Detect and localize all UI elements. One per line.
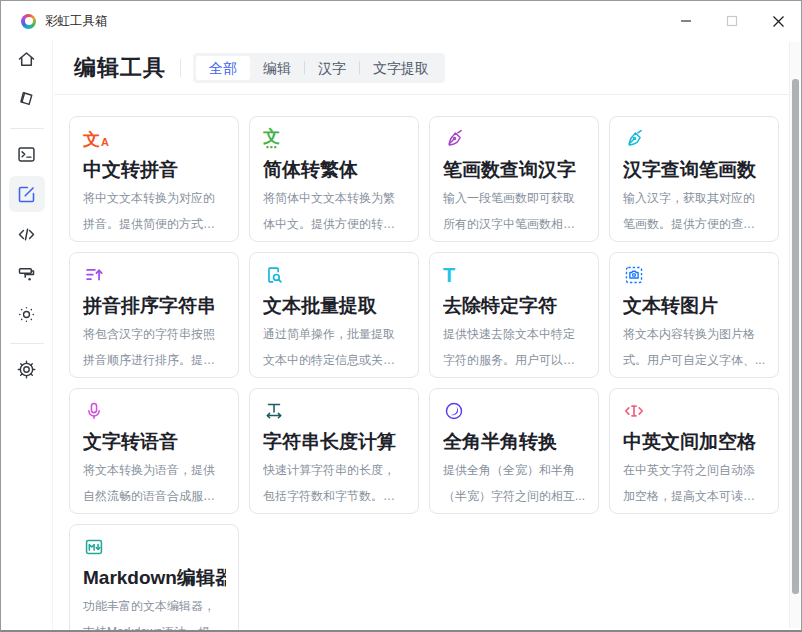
translate-icon: 文A: [83, 127, 226, 151]
card-description: 输入一段笔画数即可获取所有的汉字中笔画数相等的...: [443, 185, 586, 237]
sidebar: [1, 41, 53, 630]
sidebar-item-design-tools[interactable]: [9, 256, 45, 292]
card-description: 提供全角（全宽）和半角（半宽）字符之间的相互...: [443, 457, 586, 509]
card-grid: 文A中文转拼音将中文文本转换为对应的拼音。提供简便的方式，支...文⋯简体转繁体…: [69, 116, 789, 630]
tool-card[interactable]: 中英文间加空格在中英文字符之间自动添加空格，提高文本可读性。...: [609, 388, 779, 514]
card-description: 将中文文本转换为对应的拼音。提供简便的方式，支...: [83, 185, 226, 237]
sidebar-divider: [10, 128, 44, 129]
card-title: 文本转图片: [623, 293, 766, 318]
tool-card[interactable]: 拼音排序字符串将包含汉字的字符串按照拼音顺序进行排序。提供方...: [69, 252, 239, 378]
close-button[interactable]: [755, 1, 801, 41]
edit-square-icon: [16, 184, 37, 205]
sidebar-item-terminal[interactable]: [9, 136, 45, 172]
minimize-button[interactable]: [663, 1, 709, 41]
maximize-button[interactable]: [709, 1, 755, 41]
tool-card[interactable]: 文字转语音将文本转换为语音，提供自然流畅的语音合成服务。...: [69, 388, 239, 514]
card-title: 拼音排序字符串: [83, 293, 226, 318]
terminal-icon: [16, 144, 37, 165]
markdown-icon: [83, 535, 226, 559]
card-title: 去除特定字符: [443, 293, 586, 318]
sidebar-item-home[interactable]: [9, 41, 45, 77]
header-separator: [180, 59, 181, 77]
sidebar-divider: [10, 343, 44, 344]
tab-strip: 全部编辑汉字文字提取: [193, 53, 445, 83]
tool-card[interactable]: 笔画数查询汉字输入一段笔画数即可获取所有的汉字中笔画数相等的...: [429, 116, 599, 242]
minimize-icon: [680, 15, 692, 27]
sidebar-item-image-tools[interactable]: [9, 296, 45, 332]
card-title: 简体转繁体: [263, 157, 406, 182]
card-title: 全角半角转换: [443, 429, 586, 454]
tool-card[interactable]: 文⋯简体转繁体将简体中文文本转换为繁体中文。提供方便的转换服...: [249, 116, 419, 242]
card-title: 文本批量提取: [263, 293, 406, 318]
gear-icon: [16, 359, 37, 380]
paint-roller-icon: [16, 264, 37, 285]
tab-编辑[interactable]: 编辑: [250, 56, 304, 80]
sort-ascending-icon: [83, 263, 226, 287]
app-logo-icon: [21, 14, 36, 29]
main-content: 编辑工具 全部编辑汉字文字提取 文A中文转拼音将中文文本转换为对应的拼音。提供简…: [54, 41, 789, 630]
code-icon: [16, 224, 37, 245]
moon-circle-icon: [443, 399, 586, 423]
letter-t-icon: T: [443, 263, 586, 287]
card-description: 通过简单操作，批量提取文本中的特定信息或关键词...: [263, 321, 406, 373]
tool-card[interactable]: 文本批量提取通过简单操作，批量提取文本中的特定信息或关键词...: [249, 252, 419, 378]
card-title: Markdown编辑器: [83, 565, 226, 590]
tool-card[interactable]: 汉字查询笔画数输入汉字，获取其对应的笔画数。提供方便的查询服...: [609, 116, 779, 242]
card-description: 将简体中文文本转换为繁体中文。提供方便的转换服...: [263, 185, 406, 237]
window-title: 彩虹工具箱: [45, 13, 108, 30]
tool-card[interactable]: 全角半角转换提供全角（全宽）和半角（半宽）字符之间的相互...: [429, 388, 599, 514]
sidebar-item-code-tools[interactable]: [9, 216, 45, 252]
home-icon: [16, 49, 37, 70]
card-description: 快速计算字符串的长度，包括字符数和字节数。提供...: [263, 457, 406, 509]
sidebar-item-settings[interactable]: [9, 351, 45, 387]
titlebar: 彩虹工具箱: [1, 1, 801, 41]
card-description: 输入汉字，获取其对应的笔画数。提供方便的查询服...: [623, 185, 766, 237]
tab-全部[interactable]: 全部: [196, 56, 250, 80]
text-to-image-icon: [623, 263, 766, 287]
simplified-traditional-icon: 文⋯: [263, 127, 406, 151]
sidebar-item-edit-tools[interactable]: [9, 176, 45, 212]
card-description: 将文本内容转换为图片格式。用户可自定义字体、...: [623, 321, 766, 373]
sidebar-item-collection[interactable]: [9, 81, 45, 117]
card-scroll-area: 文A中文转拼音将中文文本转换为对应的拼音。提供简便的方式，支...文⋯简体转繁体…: [54, 94, 789, 630]
tool-card[interactable]: 文本转图片将文本内容转换为图片格式。用户可自定义字体、...: [609, 252, 779, 378]
page-title: 编辑工具: [74, 53, 166, 83]
card-description: 功能丰富的文本编辑器，支持Markdown语法。提供...: [83, 593, 226, 630]
card-title: 中英文间加空格: [623, 429, 766, 454]
tool-card[interactable]: Markdown编辑器功能丰富的文本编辑器，支持Markdown语法。提供...: [69, 524, 239, 630]
tool-card[interactable]: 文A中文转拼音将中文文本转换为对应的拼音。提供简便的方式，支...: [69, 116, 239, 242]
card-title: 汉字查询笔画数: [623, 157, 766, 182]
tab-文字提取[interactable]: 文字提取: [360, 56, 442, 80]
pen-nib-icon: [623, 127, 766, 151]
app-window: 彩虹工具箱 编辑工具 全部编辑汉字文字提取 文A中文转拼音将中文文本转换为对应的…: [0, 0, 802, 632]
card-title: 中文转拼音: [83, 157, 226, 182]
card-description: 将文本转换为语音，提供自然流畅的语音合成服务。...: [83, 457, 226, 509]
tool-card[interactable]: T去除特定字符提供快速去除文本中特定字符的服务。用户可以指定...: [429, 252, 599, 378]
window-controls: [663, 1, 801, 41]
page-header: 编辑工具 全部编辑汉字文字提取: [54, 41, 789, 94]
vertical-scrollbar[interactable]: [789, 42, 800, 628]
microphone-icon: [83, 399, 226, 423]
brightness-icon: [16, 304, 37, 325]
cursor-brackets-icon: [623, 399, 766, 423]
text-width-icon: [263, 399, 406, 423]
notes-stack-icon: [16, 89, 37, 110]
card-title: 字符串长度计算: [263, 429, 406, 454]
card-title: 文字转语音: [83, 429, 226, 454]
card-description: 提供快速去除文本中特定字符的服务。用户可以指定...: [443, 321, 586, 373]
card-title: 笔画数查询汉字: [443, 157, 586, 182]
pen-nib-icon: [443, 127, 586, 151]
maximize-icon: [726, 15, 738, 27]
card-description: 将包含汉字的字符串按照拼音顺序进行排序。提供方...: [83, 321, 226, 373]
tab-汉字[interactable]: 汉字: [305, 56, 359, 80]
close-icon: [772, 15, 785, 28]
tool-card[interactable]: 字符串长度计算快速计算字符串的长度，包括字符数和字节数。提供...: [249, 388, 419, 514]
card-description: 在中英文字符之间自动添加空格，提高文本可读性。...: [623, 457, 766, 509]
scrollbar-thumb[interactable]: [792, 79, 799, 594]
doc-search-icon: [263, 263, 406, 287]
